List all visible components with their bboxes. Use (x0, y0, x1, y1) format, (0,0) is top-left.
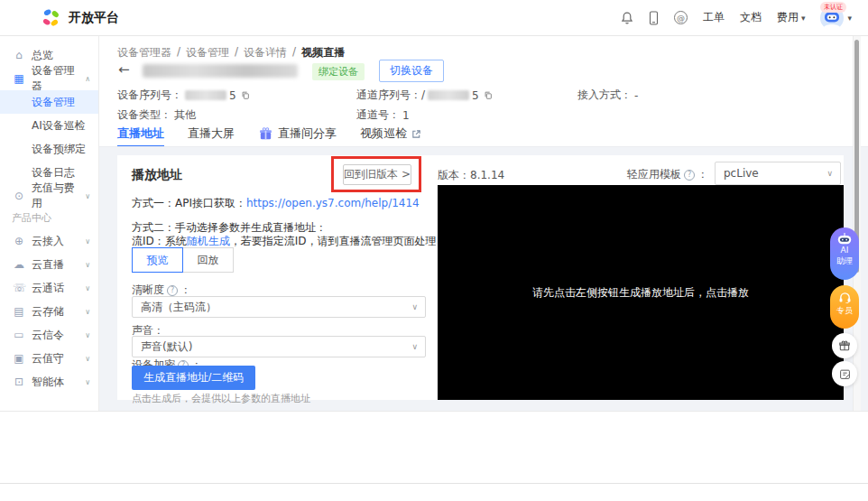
tab-live-share[interactable]: 直播间分享 (258, 121, 337, 146)
docs-link[interactable]: 文档 (740, 10, 762, 25)
clarity-select[interactable]: 高清（主码流） ∨ (132, 296, 426, 318)
video-player[interactable]: 请先点击左侧按钮生成播放地址后，点击播放 (438, 185, 844, 400)
window-bottom-edge (0, 411, 868, 412)
sidebar-item-label: AI设备巡检 (32, 118, 86, 134)
tab-label: 直播间分享 (278, 125, 337, 142)
serial-suffix: 5 (229, 89, 236, 102)
ai-assistant-widget[interactable]: AI 助理 (830, 227, 859, 280)
sidebar-item-ai-inspection[interactable]: AI设备巡检 (0, 114, 98, 137)
sidebar-item-cloud-watch[interactable]: ▣ 云值守 ∨ (0, 347, 98, 370)
sidebar-item-cloud-signaling[interactable]: ▭ 云信令 ∨ (0, 323, 98, 347)
tab-live-screen[interactable]: 直播大屏 (188, 121, 235, 146)
stream-id-prefix: 流ID：系统 (132, 235, 187, 247)
device-serial-row: 设备序列号： 5 (117, 88, 250, 103)
platform-logo[interactable]: 开放平台 (41, 7, 119, 28)
headset-icon (838, 292, 852, 303)
fees-label: 费用 (777, 10, 799, 25)
gift-activity-button[interactable] (832, 333, 857, 358)
serial-redacted (185, 90, 226, 100)
fees-menu[interactable]: 费用 ▾ (777, 10, 806, 25)
sidebar-item-cloud-storage[interactable]: ▤ 云存储 ∨ (0, 300, 98, 323)
ai-widget-line1: AI (841, 246, 849, 255)
random-generate-link[interactable]: 随机生成 (187, 235, 230, 247)
channel-serial-label: 通道序列号：/ (356, 88, 425, 103)
sidebar-item-label: 设备管理器 (32, 63, 85, 94)
version-text: 版本：8.1.14 (438, 168, 504, 183)
sound-select[interactable]: 声音(默认) ∨ (132, 336, 426, 357)
sidebar: ⌂ 总览 ▦ 设备管理器 ∧ 设备管理 AI设备巡检 设备预绑定 设备日志 ⊙ … (0, 36, 99, 411)
app-root: 开放平台 @ 工单 文档 费用 ▾ (0, 0, 868, 501)
breadcrumb-separator: / (292, 45, 296, 60)
template-value: pcLive (724, 167, 759, 180)
api-help-link[interactable]: https://open.ys7.com/help/1414 (246, 197, 420, 209)
breadcrumb-separator: / (235, 45, 238, 60)
breadcrumb-current: 视频直播 (301, 45, 345, 60)
sidebar-item-cloud-access[interactable]: ⊕ 云接入 ∨ (0, 229, 98, 253)
chevron-down-icon: ∨ (411, 342, 418, 351)
top-header: 开放平台 @ 工单 文档 费用 ▾ (0, 0, 868, 36)
chevron-down-icon: ∨ (85, 192, 90, 200)
breadcrumb-device-management[interactable]: 设备管理 (186, 45, 229, 60)
channel-no-value: 1 (402, 109, 410, 122)
version-value: 8.1.14 (470, 169, 504, 181)
chevron-down-icon: ▾ (801, 14, 806, 23)
screen-icon: ▭ (13, 329, 25, 341)
method-one-line: 方式一：API接口获取：https://open.ys7.com/help/14… (132, 196, 420, 211)
breadcrumb-device-detail[interactable]: 设备详情 (244, 45, 287, 60)
service-at-icon[interactable]: @ (674, 11, 688, 24)
sidebar-item-billing[interactable]: ⊙ 充值与费用 ∨ (0, 184, 98, 208)
version-label: 版本： (438, 169, 470, 181)
pinwheel-logo-icon (41, 7, 61, 28)
phone-icon: ☏ (13, 282, 25, 294)
clarity-value: 高清（主码流） (141, 300, 217, 315)
sidebar-item-cloud-live[interactable]: ☁ 云直播 ∨ (0, 253, 98, 276)
preview-button[interactable]: 预览 (132, 247, 183, 273)
tab-video-inspection[interactable]: 视频巡检 (360, 121, 421, 146)
sidebar-item-cloud-call[interactable]: ☏ 云通话 ∨ (0, 276, 98, 300)
agent-support-widget[interactable]: 专员 (830, 285, 859, 329)
logo-title: 开放平台 (69, 10, 119, 26)
sidebar-item-label: 充值与费用 (32, 181, 85, 211)
generate-live-address-button[interactable]: 生成直播地址/二维码 (132, 366, 255, 390)
template-select[interactable]: pcLive ∨ (715, 162, 841, 185)
bound-device-badge: 绑定设备 (312, 63, 365, 80)
copy-icon[interactable] (484, 90, 493, 100)
sidebar-item-label: 云存储 (32, 304, 64, 320)
feedback-note-button[interactable] (832, 361, 857, 386)
switch-device-button[interactable]: 切换设备 (379, 60, 444, 82)
bell-icon[interactable] (621, 11, 633, 25)
sidebar-item-label: 总览 (32, 48, 53, 63)
chevron-down-icon: ∨ (85, 331, 90, 339)
colon: ： (697, 167, 708, 182)
back-to-old-version-button[interactable]: 回到旧版本 > (343, 164, 411, 185)
robot-icon: ⊡ (13, 376, 25, 388)
breadcrumb-device-manager[interactable]: 设备管理器 (117, 45, 171, 60)
user-menu[interactable]: 未认证 ▾ (820, 6, 852, 30)
copy-icon[interactable] (241, 90, 250, 100)
device-serial-label: 设备序列号： (117, 88, 182, 103)
work-order-link[interactable]: 工单 (703, 10, 725, 25)
sidebar-item-prebind[interactable]: 设备预绑定 (0, 137, 98, 161)
sound-value: 声音(默认) (141, 339, 192, 355)
back-button[interactable]: ← (118, 61, 130, 78)
mobile-icon[interactable] (649, 11, 659, 25)
chevron-down-icon: ∨ (85, 355, 90, 363)
sidebar-item-agent[interactable]: ⊡ 智能体 ∨ (0, 370, 98, 394)
tab-live-address[interactable]: 直播地址 (117, 121, 164, 146)
grid-icon: ▦ (13, 72, 25, 85)
access-mode-row: 接入方式： - (577, 88, 638, 103)
chevron-down-icon: ∨ (85, 261, 90, 269)
chevron-down-icon: ∨ (85, 308, 90, 316)
sidebar-item-device-manager[interactable]: ▦ 设备管理器 ∧ (0, 67, 98, 90)
breadcrumb: 设备管理器 / 设备管理 / 设备详情 / 视频直播 (117, 45, 345, 60)
help-icon[interactable]: ? (167, 285, 178, 296)
unverified-badge: 未认证 (820, 2, 846, 13)
chevron-down-icon: ∨ (85, 378, 90, 386)
sidebar-item-label: 设备日志 (32, 165, 75, 181)
tab-bar: 直播地址 直播大屏 直播间分享 视频巡检 (117, 121, 421, 146)
camera-icon: ▣ (13, 352, 25, 365)
help-icon[interactable]: ? (684, 170, 695, 181)
access-mode-label: 接入方式： (577, 88, 632, 103)
chevron-down-icon: ∨ (411, 302, 418, 311)
playback-button[interactable]: 回放 (182, 247, 234, 273)
